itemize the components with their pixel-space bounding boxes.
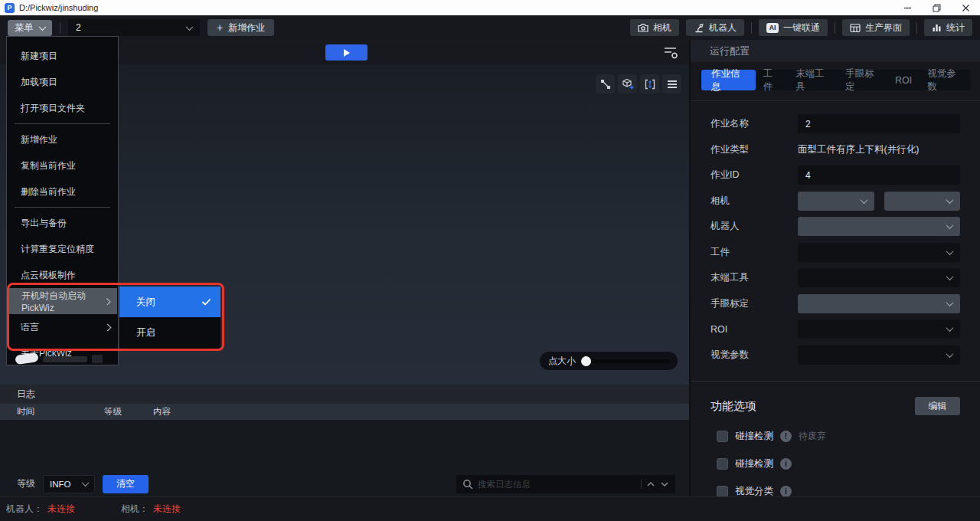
chevron-down-icon <box>82 479 90 487</box>
submenu-item-label: 开启 <box>136 326 155 339</box>
form-row-hand-eye: 手眼标定 <box>710 294 960 313</box>
main-menu-dropdown: 新建项目 加载项目 打开项目文件夹 新增作业 复制当前作业 删除当前作业 导出与… <box>6 36 119 365</box>
camera-select-2[interactable] <box>884 192 961 211</box>
window-controls <box>893 0 980 15</box>
menu-button-label: 菜单 <box>15 21 34 34</box>
menu-item-load-project[interactable]: 加载项目 <box>7 69 118 95</box>
search-next-button[interactable] <box>660 481 669 487</box>
one-key-connect-button[interactable]: AI 一键联通 <box>759 19 828 36</box>
roi-select[interactable] <box>798 319 960 339</box>
log-search-input[interactable] <box>478 480 636 489</box>
run-button[interactable] <box>325 44 368 61</box>
menu-item-open-project-folder[interactable]: 打开项目文件夹 <box>7 95 118 121</box>
vision-params-select[interactable] <box>798 346 960 365</box>
info-icon[interactable]: i <box>780 486 792 497</box>
menu-item-language[interactable]: 语言 <box>7 314 118 340</box>
tab-hand-eye[interactable]: 手眼标定 <box>838 70 887 90</box>
statistics-button[interactable]: 统计 <box>924 19 972 36</box>
log-col-time: 时间 <box>0 406 104 418</box>
submenu-item-off[interactable]: 关闭 <box>119 287 220 317</box>
app-window: P D:/Pickwiz/jinshuding 菜单 2 + 新增作业 <box>0 0 980 521</box>
menu-button[interactable]: 菜单 <box>8 20 52 36</box>
production-ui-label: 生产界面 <box>865 21 902 34</box>
clear-log-button[interactable]: 清空 <box>103 475 149 493</box>
camera-status-label: 相机： <box>121 503 149 516</box>
robot-select[interactable] <box>798 217 960 236</box>
point-size-slider[interactable] <box>582 359 669 363</box>
menu-item-add-job[interactable]: 新增作业 <box>7 126 118 152</box>
menu-item-export-backup[interactable]: 导出与备份 <box>7 210 118 236</box>
vision-classify-checkbox[interactable] <box>717 486 728 497</box>
menu-item-autostart-pickwiz[interactable]: 开机时自动启动PickWiz <box>8 288 117 314</box>
log-panel-title: 日志 <box>0 385 689 404</box>
production-ui-button[interactable]: 生产界面 <box>842 19 910 36</box>
menu-item-pointcloud-template[interactable]: 点云模板制作 <box>7 262 118 288</box>
submenu-item-on[interactable]: 开启 <box>119 317 220 348</box>
bar-chart-icon <box>932 23 942 32</box>
app-logo-icon: P <box>5 3 15 13</box>
viewport-gizmo-partial <box>43 356 87 362</box>
form-row-camera: 相机 <box>710 192 960 211</box>
collision-detect-legacy-checkbox[interactable] <box>717 431 728 442</box>
job-id-input[interactable] <box>798 165 960 185</box>
info-icon[interactable]: i <box>780 458 792 470</box>
chevron-down-icon <box>946 273 954 280</box>
search-prev-button[interactable] <box>646 481 655 487</box>
edit-button[interactable]: 编辑 <box>915 397 960 415</box>
autostart-submenu: 关闭 开启 <box>119 287 220 349</box>
chevron-down-icon <box>38 23 46 31</box>
chevron-down-icon <box>946 221 954 229</box>
function-option-row: 碰撞检测 ! 待废弃 <box>691 430 980 443</box>
viewport-menu-button[interactable] <box>662 74 681 93</box>
restore-icon[interactable] <box>922 0 951 15</box>
run-settings-button[interactable] <box>662 44 680 61</box>
viewport-tools <box>596 74 681 93</box>
add-model-button[interactable] <box>618 74 637 93</box>
job-select[interactable]: 2 <box>68 19 200 36</box>
log-col-content: 内容 <box>153 406 689 418</box>
collision-detect-checkbox[interactable] <box>717 458 728 470</box>
chevron-down-icon <box>946 324 954 332</box>
window-title: D:/Pickwiz/jinshuding <box>19 3 98 12</box>
function-option-row: 碰撞检测 i <box>691 457 980 470</box>
config-tabs: 作业信息 工件 末端工具 手眼标定 ROI 视觉参数 <box>700 70 971 90</box>
camera-select-1[interactable] <box>798 192 874 211</box>
run-config-panel: 运行配置 作业信息 工件 末端工具 手眼标定 ROI 视觉参数 作业名称 作业类… <box>689 40 980 496</box>
job-name-input[interactable] <box>798 114 960 133</box>
close-icon[interactable] <box>951 0 980 15</box>
menu-item-label: 开机时自动启动PickWiz <box>21 290 105 313</box>
deprecated-note: 待废弃 <box>799 430 826 443</box>
camera-button[interactable]: 相机 <box>630 19 679 36</box>
add-job-button[interactable]: + 新增作业 <box>207 19 274 36</box>
measure-tool-button[interactable] <box>596 74 615 93</box>
menu-item-repeat-precision[interactable]: 计算重复定位精度 <box>7 236 118 262</box>
option-label: 碰撞检测 <box>735 430 773 443</box>
tab-end-tool[interactable]: 末端工具 <box>788 70 838 90</box>
log-panel: 日志 时间 等级 内容 等级 INFO 清空 <box>0 385 689 496</box>
chevron-down-icon <box>946 196 954 204</box>
workpiece-select[interactable] <box>798 243 960 262</box>
toolbar-right-group: 相机 机器人 AI 一键联通 生产界面 <box>630 19 972 36</box>
main-area: 点大小 日志 时间 等级 内容 等级 <box>0 40 980 496</box>
fit-height-icon <box>645 79 655 90</box>
menu-item-delete-current-job[interactable]: 删除当前作业 <box>7 179 118 205</box>
hand-eye-select[interactable] <box>798 294 960 313</box>
fit-view-button[interactable] <box>640 74 659 93</box>
function-options-header: 功能选项 编辑 <box>691 382 980 415</box>
menu-item-copy-current-job[interactable]: 复制当前作业 <box>7 152 118 179</box>
tab-workpiece[interactable]: 工件 <box>756 70 788 90</box>
menu-item-new-project[interactable]: 新建项目 <box>7 43 118 69</box>
tab-job-info[interactable]: 作业信息 <box>701 70 756 90</box>
tab-vision-params[interactable]: 视觉参数 <box>920 70 969 90</box>
warning-icon[interactable]: ! <box>780 431 792 442</box>
slider-knob[interactable] <box>581 356 591 366</box>
log-level-select[interactable]: INFO <box>43 475 95 493</box>
minimize-icon[interactable] <box>893 0 922 15</box>
workpiece-label: 工件 <box>710 246 798 259</box>
camera-icon <box>638 23 648 32</box>
tab-roi[interactable]: ROI <box>887 70 920 90</box>
form-row-vision-params: 视觉参数 <box>710 346 960 365</box>
camera-button-label: 相机 <box>653 21 671 34</box>
end-tool-select[interactable] <box>798 268 960 287</box>
robot-button[interactable]: 机器人 <box>686 19 744 36</box>
